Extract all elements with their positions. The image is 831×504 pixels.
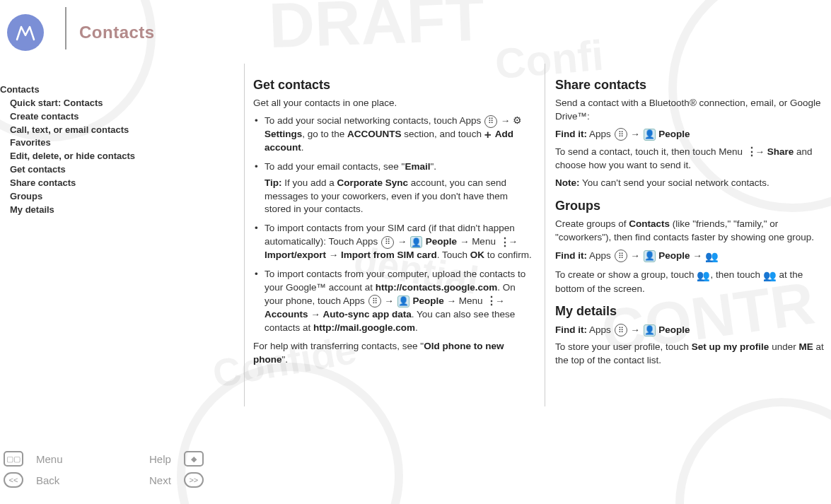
help-icon[interactable]: ◆ [184, 451, 204, 467]
apps-icon: ⠿ [615, 250, 627, 262]
toc-item[interactable]: Contacts [0, 83, 177, 97]
toc-item[interactable]: Call, text, or email contacts [0, 124, 177, 137]
bullet-item: To import contacts from your SIM card (i… [257, 222, 533, 262]
body-text: Create groups of Contacts (like "friends… [555, 218, 831, 245]
section-intro: Get all your contacts in one place. [253, 97, 533, 110]
back-button[interactable]: Back [36, 474, 93, 486]
toc-item[interactable]: My details [0, 204, 177, 217]
menu-dots-icon [746, 149, 752, 155]
people-icon: 👤 [410, 236, 422, 248]
header: Contacts [7, 14, 155, 51]
apps-icon: ⠿ [381, 236, 394, 249]
bullet-item: To add your social networking contacts, … [257, 115, 533, 155]
group-icon: 👥 [697, 269, 710, 281]
toc-sidebar: Contacts Quick start: Contacts Create co… [0, 83, 177, 216]
find-it-line: Find it: Apps ⠿ → 👤 People → 👥 [555, 249, 831, 264]
people-icon: 👤 [644, 250, 656, 262]
section-intro: Send a contact with a Bluetooth® connect… [555, 97, 831, 124]
find-it-line: Find it: Apps ⠿ → 👤 People [555, 128, 831, 141]
section-heading: Get contacts [253, 76, 533, 94]
people-icon: 👤 [644, 129, 656, 141]
column-right: Share contacts Send a contact with a Blu… [555, 76, 831, 372]
column-get-contacts: Get contacts Get all your contacts in on… [253, 76, 533, 371]
column-divider [244, 64, 245, 406]
help-button[interactable]: Help [149, 453, 171, 465]
menu-dots-icon [499, 240, 505, 245]
toc-item[interactable]: Get contacts [0, 163, 177, 177]
toc-item[interactable]: Favorites [0, 136, 177, 150]
page-title: Contacts [79, 23, 155, 42]
group-icon: 👥 [705, 250, 719, 262]
section-heading: Share contacts [555, 76, 831, 94]
plus-icon: + [484, 130, 492, 140]
apps-icon: ⠿ [484, 115, 497, 128]
gear-icon: ⚙ [513, 115, 522, 126]
bullet-item: To add your email contacts, see "Email".… [257, 160, 533, 217]
bullet-item: To import contacts from your computer, u… [257, 268, 533, 334]
column-divider [545, 64, 545, 406]
toc-item[interactable]: Quick start: Contacts [0, 97, 177, 110]
header-divider [65, 7, 66, 49]
apps-icon: ⠿ [368, 295, 381, 307]
section-heading: My details [555, 303, 831, 320]
footer-nav: ▢▢ Menu Help ◆ << Back Next >> [4, 451, 216, 493]
menu-dots-icon [486, 298, 492, 304]
toc-item[interactable]: Create contacts [0, 110, 177, 124]
body-text: To send a contact, touch it, then touch … [555, 146, 831, 172]
toc-item[interactable]: Edit, delete, or hide contacts [0, 150, 177, 163]
note-line: Note: You can't send your social network… [555, 177, 831, 190]
apps-icon: ⠿ [615, 324, 627, 336]
back-icon[interactable]: << [4, 472, 23, 488]
motorola-logo [7, 14, 44, 51]
people-icon: 👤 [644, 324, 656, 336]
body-text: To create or show a group, touch 👥, then… [555, 268, 831, 296]
group-icon: 👥 [763, 269, 777, 281]
menu-icon[interactable]: ▢▢ [4, 451, 23, 467]
people-icon: 👤 [397, 295, 409, 307]
toc-item[interactable]: Groups [0, 190, 177, 204]
next-icon[interactable]: >> [184, 472, 204, 488]
toc-item[interactable]: Share contacts [0, 177, 177, 190]
section-outro: For help with transferring contacts, see… [253, 340, 533, 367]
apps-icon: ⠿ [615, 128, 627, 141]
section-heading: Groups [555, 197, 831, 215]
next-button[interactable]: Next [149, 474, 171, 486]
body-text: To store your user profile, touch Set up… [555, 341, 831, 368]
menu-button[interactable]: Menu [36, 453, 93, 465]
find-it-line: Find it: Apps ⠿ → 👤 People [555, 324, 831, 337]
